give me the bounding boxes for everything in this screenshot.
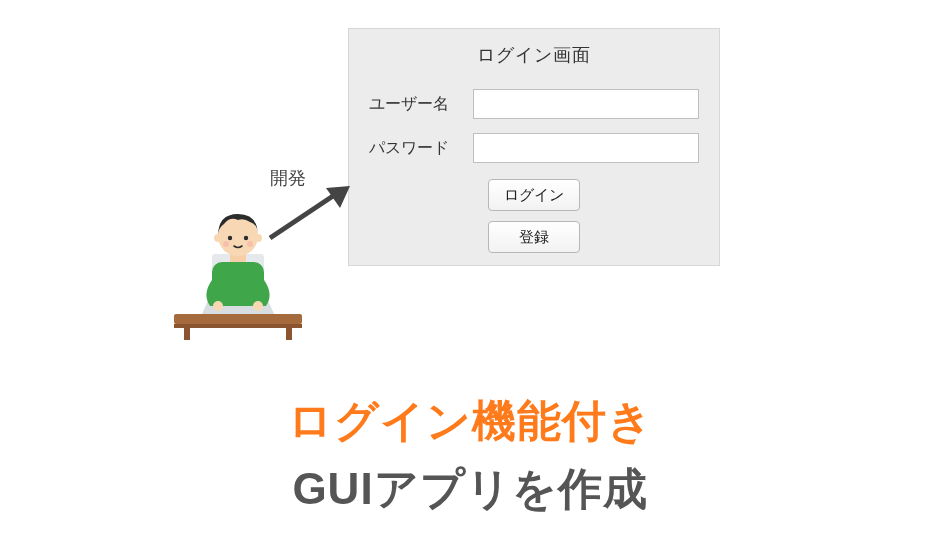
username-label: ユーザー名 bbox=[369, 94, 463, 115]
svg-rect-2 bbox=[174, 314, 302, 324]
svg-point-12 bbox=[228, 236, 232, 240]
password-row: パスワード bbox=[349, 129, 719, 173]
svg-point-16 bbox=[213, 301, 223, 311]
login-button[interactable]: ログイン bbox=[488, 179, 580, 211]
password-input[interactable] bbox=[473, 133, 699, 163]
register-button[interactable]: 登録 bbox=[488, 221, 580, 253]
svg-rect-3 bbox=[174, 324, 302, 328]
login-window: ログイン画面 ユーザー名 パスワード ログイン 登録 bbox=[348, 28, 720, 266]
svg-point-14 bbox=[223, 241, 229, 247]
password-label: パスワード bbox=[369, 138, 463, 159]
username-row: ユーザー名 bbox=[349, 85, 719, 129]
svg-rect-5 bbox=[286, 328, 292, 340]
button-stack: ログイン 登録 bbox=[349, 179, 719, 253]
person-at-laptop-icon bbox=[168, 202, 308, 340]
username-input[interactable] bbox=[473, 89, 699, 119]
svg-point-15 bbox=[247, 241, 253, 247]
svg-point-10 bbox=[214, 234, 222, 242]
svg-point-17 bbox=[253, 301, 263, 311]
svg-point-11 bbox=[254, 234, 262, 242]
window-title: ログイン画面 bbox=[349, 29, 719, 85]
headline-line-1: ログイン機能付き bbox=[0, 392, 940, 451]
svg-rect-4 bbox=[184, 328, 190, 340]
headline-line-2: GUIアプリを作成 bbox=[0, 460, 940, 519]
svg-point-13 bbox=[244, 236, 248, 240]
